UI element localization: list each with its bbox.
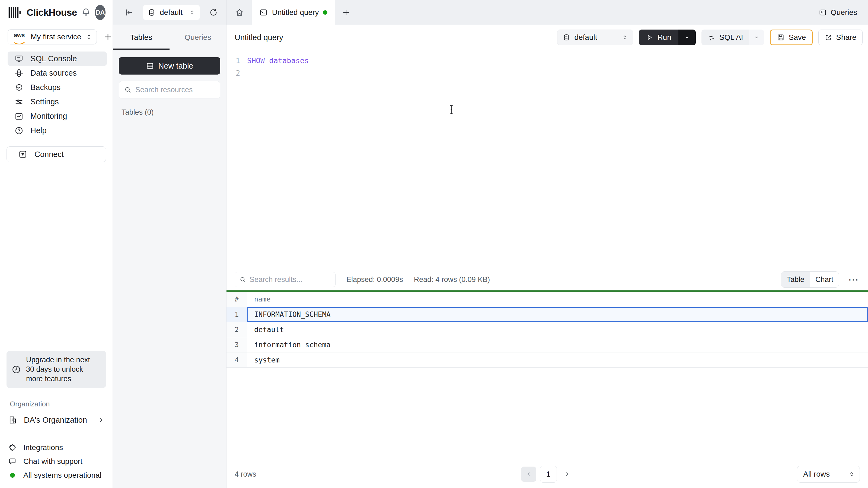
status-label: All systems operational	[23, 471, 101, 480]
queries-button[interactable]: Queries	[818, 8, 857, 17]
text-cursor-icon	[448, 104, 454, 115]
sidebar-item-label: Monitoring	[30, 112, 67, 121]
puzzle-icon	[8, 443, 17, 452]
sidebar-item-sql-console[interactable]: SQL Console	[8, 52, 107, 66]
chevron-updown-icon	[190, 9, 195, 16]
row-number: 4	[226, 352, 247, 367]
previous-page-button[interactable]	[521, 466, 536, 482]
page-number-button[interactable]: 1	[540, 466, 557, 483]
view-toggle-chart[interactable]: Chart	[810, 272, 839, 287]
resources-body: New table Tables (0)	[113, 50, 226, 124]
chat-icon	[8, 457, 17, 466]
table-row[interactable]: 3 information_schema	[226, 337, 868, 352]
terminal-icon	[259, 8, 268, 17]
sidebar-item-chat-support[interactable]: Chat with support	[8, 454, 104, 468]
results-table: # name 1 INFORMATION_SCHEMA 2 default	[226, 292, 868, 368]
organization-selector[interactable]: DA's Organization	[8, 413, 104, 427]
next-page-button[interactable]	[561, 466, 574, 482]
save-button[interactable]: Save	[770, 30, 813, 45]
brand-name: ClickHouse	[27, 7, 77, 18]
chevron-right-icon	[564, 471, 570, 477]
rows-per-page-selector[interactable]: All rows	[797, 466, 860, 483]
queries-button-label: Queries	[831, 8, 857, 17]
sidebar: ClickHouse DA aws My first service	[0, 0, 113, 488]
sql-editor[interactable]: 1 SHOW databases 2	[226, 50, 868, 269]
results-search-input[interactable]	[250, 275, 331, 284]
monitoring-icon	[14, 112, 24, 121]
sidebar-item-label: Settings	[30, 97, 59, 106]
search-icon	[124, 86, 131, 94]
query-database-selector[interactable]: default	[557, 30, 633, 45]
ellipsis-icon: ⋯	[848, 274, 859, 285]
more-options-button[interactable]: ⋯	[848, 274, 859, 285]
service-selector[interactable]: aws My first service	[8, 29, 97, 44]
data-sources-icon	[14, 69, 24, 78]
upgrade-notice[interactable]: Upgrade in the next 30 days to unlock mo…	[6, 351, 106, 388]
run-options-button[interactable]	[678, 30, 696, 45]
cell-name[interactable]: INFORMATION_SCHEMA	[247, 307, 868, 322]
tab-queries[interactable]: Queries	[169, 25, 226, 50]
settings-icon	[14, 97, 24, 106]
sql-ai-options-button[interactable]	[749, 30, 764, 45]
sidebar-item-data-sources[interactable]: Data sources	[8, 66, 107, 80]
notifications-button[interactable]	[81, 7, 91, 18]
building-icon	[8, 415, 18, 425]
system-status[interactable]: All systems operational	[8, 468, 104, 482]
new-table-button[interactable]: New table	[119, 57, 220, 74]
cell-name[interactable]: system	[247, 352, 868, 367]
tab-strip: default Untitled query Queries	[113, 0, 868, 25]
avatar[interactable]: DA	[95, 5, 105, 20]
home-button[interactable]	[235, 8, 244, 17]
share-icon	[825, 34, 832, 41]
run-button-group: Run	[639, 30, 695, 45]
view-toggle-table[interactable]: Table	[781, 272, 810, 287]
cell-name[interactable]: information_schema	[247, 337, 868, 352]
tabstrip-database-selector[interactable]: default	[143, 5, 200, 20]
sidebar-item-help[interactable]: Help	[8, 123, 107, 138]
save-label: Save	[788, 33, 806, 42]
home-icon	[235, 8, 244, 17]
organization-section-label: Organization	[10, 400, 113, 408]
unsaved-indicator-dot	[323, 10, 328, 14]
share-button[interactable]: Share	[818, 30, 863, 45]
connect-button[interactable]: Connect	[6, 147, 106, 162]
resources-tabs: Tables Queries	[113, 25, 226, 50]
content-region: Tables Queries New table Tables (0)	[113, 25, 868, 488]
sidebar-item-backups[interactable]: Backups	[8, 80, 107, 95]
table-row[interactable]: 1 INFORMATION_SCHEMA	[226, 307, 868, 322]
run-button[interactable]: Run	[639, 30, 678, 45]
collapse-left-icon	[124, 8, 133, 17]
new-table-label: New table	[158, 62, 193, 70]
sidebar-item-integrations[interactable]: Integrations	[8, 441, 104, 454]
refresh-button[interactable]	[209, 8, 218, 17]
editor-line: 2	[236, 67, 868, 79]
chevron-down-icon	[754, 35, 759, 40]
view-toggle: Table Chart	[781, 271, 839, 288]
results-search	[235, 272, 336, 287]
tab-untitled-query[interactable]: Untitled query	[252, 0, 335, 25]
table-row[interactable]: 4 system	[226, 352, 868, 368]
table-icon	[146, 62, 154, 70]
table-row[interactable]: 2 default	[226, 322, 868, 337]
run-label: Run	[657, 33, 671, 42]
sql-ai-button[interactable]: SQL AI	[702, 30, 749, 45]
connect-icon	[18, 150, 27, 159]
backups-icon	[14, 83, 24, 92]
query-title: Untitled query	[235, 33, 283, 42]
cell-name[interactable]: default	[247, 322, 868, 337]
chevron-down-icon	[684, 34, 690, 40]
sidebar-item-monitoring[interactable]: Monitoring	[8, 109, 107, 123]
pagination: 1	[521, 466, 574, 483]
collapse-sidebar-button[interactable]	[124, 8, 133, 17]
tab-tables[interactable]: Tables	[113, 25, 169, 50]
sidebar-footer: Integrations Chat with support All syste…	[0, 434, 113, 488]
sidebar-item-label: Data sources	[30, 69, 77, 77]
sidebar-item-settings[interactable]: Settings	[8, 95, 107, 109]
resources-search-input[interactable]	[135, 86, 215, 94]
new-tab-button[interactable]	[342, 8, 350, 17]
column-header-name[interactable]: name	[247, 292, 868, 306]
clickhouse-logo-icon	[8, 6, 22, 19]
chevron-updown-icon	[849, 470, 855, 478]
add-service-button[interactable]	[102, 31, 114, 43]
sidebar-item-label: Help	[30, 126, 46, 135]
